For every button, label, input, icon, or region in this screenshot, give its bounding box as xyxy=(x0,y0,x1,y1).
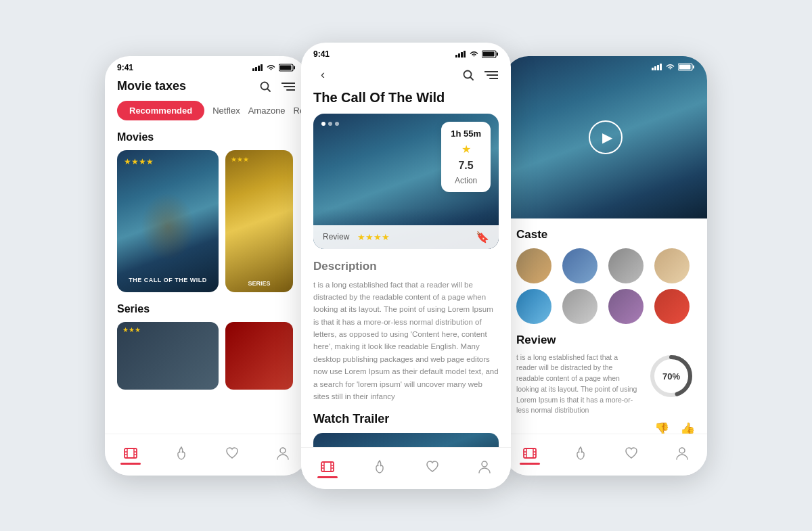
status-bar-1: 9:41 xyxy=(105,56,308,75)
review-content: t is a long established fact that a read… xyxy=(516,352,695,417)
series-card-1[interactable]: ★★★ xyxy=(117,322,219,390)
person-icon xyxy=(275,446,290,461)
person-icon-3 xyxy=(675,446,690,461)
svg-rect-3 xyxy=(261,64,263,71)
review-label: Review xyxy=(323,232,349,241)
cast-avatar-7[interactable] xyxy=(608,289,644,324)
svg-rect-20 xyxy=(455,55,457,57)
cast-avatar-6[interactable] xyxy=(562,289,597,324)
nav-film-2[interactable] xyxy=(320,459,335,477)
svg-rect-45 xyxy=(693,65,694,68)
movie2-stars: ★★★ xyxy=(231,156,249,163)
phone3-hero: ▶ xyxy=(504,56,707,218)
nav-profile-3[interactable] xyxy=(675,446,690,463)
svg-rect-23 xyxy=(464,51,466,57)
heart-icon-2 xyxy=(425,459,440,474)
battery-icon-2 xyxy=(482,50,499,58)
series-card-2[interactable] xyxy=(225,322,293,390)
search-button[interactable] xyxy=(258,79,273,94)
movies-cards-row: ★★★★ ★★★ xyxy=(105,150,308,292)
svg-rect-1 xyxy=(255,67,257,71)
search-icon-2 xyxy=(462,69,474,81)
time-2: 9:41 xyxy=(313,49,330,59)
caste-title: Caste xyxy=(516,228,695,241)
nav-film-3[interactable] xyxy=(522,446,537,463)
heart-icon xyxy=(225,446,240,461)
detail-info-card: 1h 55m ★ 7.5 Action xyxy=(441,122,491,192)
nav-profile[interactable] xyxy=(275,446,290,463)
nav-favorites[interactable] xyxy=(225,446,240,463)
nav-favorites-3[interactable] xyxy=(624,446,639,463)
tab-netflex[interactable]: Netflex xyxy=(212,106,240,116)
svg-rect-6 xyxy=(280,65,292,70)
nav-trending-2[interactable] xyxy=(372,459,387,477)
phone2-header-icons xyxy=(461,68,499,83)
svg-line-28 xyxy=(470,77,473,80)
phone-review: ▶ Caste Review t is a long established f… xyxy=(504,56,707,476)
hero-play-button[interactable]: ▶ xyxy=(589,120,623,154)
phone1-title: Movie taxes xyxy=(117,79,186,93)
nav-trending-3[interactable] xyxy=(573,446,588,463)
svg-rect-0 xyxy=(252,68,254,71)
dot-2 xyxy=(328,122,332,126)
cast-avatar-2[interactable] xyxy=(562,248,597,283)
dot-1 xyxy=(321,122,325,126)
detail-card: 1h 55m ★ 7.5 Action Review ★★★★ 🔖 xyxy=(313,114,499,249)
cast-avatar-3[interactable] xyxy=(608,248,644,283)
bottom-nav-2 xyxy=(301,447,511,489)
status-icons-1 xyxy=(252,64,296,72)
nav-trending[interactable] xyxy=(174,446,189,463)
fire-icon xyxy=(174,446,189,461)
phone-detail: 9:41 xyxy=(301,43,511,489)
search-button-2[interactable] xyxy=(461,68,476,83)
movie-genre: Action xyxy=(455,176,477,185)
description-title: Description xyxy=(313,260,499,273)
cast-avatar-4[interactable] xyxy=(654,248,690,283)
signal-icon xyxy=(252,64,263,71)
svg-rect-5 xyxy=(294,66,295,69)
series1-stars: ★★★ xyxy=(122,326,141,333)
bookmark-button[interactable]: 🔖 xyxy=(476,231,489,244)
nav-favorites-2[interactable] xyxy=(425,459,440,477)
back-button[interactable]: ‹ xyxy=(313,66,332,85)
svg-rect-32 xyxy=(321,462,334,471)
cast-avatar-8[interactable] xyxy=(654,289,690,324)
tab-recommended[interactable]: Recommended xyxy=(117,101,204,120)
bottom-nav-3 xyxy=(504,434,707,476)
cast-avatar-5[interactable] xyxy=(516,289,551,324)
film-icon xyxy=(123,446,138,461)
review-section: Review t is a long established fact that… xyxy=(504,324,707,417)
menu-icon-2 xyxy=(484,70,498,80)
svg-line-8 xyxy=(267,89,270,91)
signal-icon-2 xyxy=(455,50,466,57)
nav-profile-2[interactable] xyxy=(477,459,492,477)
movie-card-wild[interactable]: ★★★★ xyxy=(117,150,219,292)
description-section: Description t is a long established fact… xyxy=(301,249,511,403)
review-section-title: Review xyxy=(516,333,695,347)
movie-card-2[interactable]: ★★★ xyxy=(225,150,293,292)
cast-avatar-1[interactable] xyxy=(516,248,551,283)
menu-icon xyxy=(281,82,295,91)
tab-amazone[interactable]: Amazone xyxy=(248,106,286,116)
fire-icon-3 xyxy=(573,446,588,461)
movies-section-header: Movies xyxy=(105,131,308,150)
svg-rect-2 xyxy=(258,66,260,71)
movie-duration: 1h 55m xyxy=(451,129,481,139)
svg-point-56 xyxy=(679,448,685,453)
review-bar: Review ★★★★ 🔖 xyxy=(313,225,499,249)
movie-detail-title: The Call Of The Wild xyxy=(301,90,511,114)
person-icon-2 xyxy=(477,459,492,474)
rating-donut: 70% xyxy=(648,352,695,400)
description-text: t is a long established fact that a read… xyxy=(313,279,499,403)
film-icon-2 xyxy=(320,459,335,474)
svg-rect-26 xyxy=(483,51,495,56)
nav-film[interactable] xyxy=(123,446,138,463)
menu-button[interactable] xyxy=(281,79,296,94)
rating-percent: 70% xyxy=(662,371,680,381)
status-bar-2: 9:41 xyxy=(301,43,511,62)
menu-button-2[interactable] xyxy=(484,68,499,83)
watch-trailer-header: Watch Trailer xyxy=(301,402,511,426)
series-cards-row: ★★★ xyxy=(105,322,308,390)
phone-home: 9:41 xyxy=(105,56,308,476)
caste-section: Caste xyxy=(504,218,707,324)
